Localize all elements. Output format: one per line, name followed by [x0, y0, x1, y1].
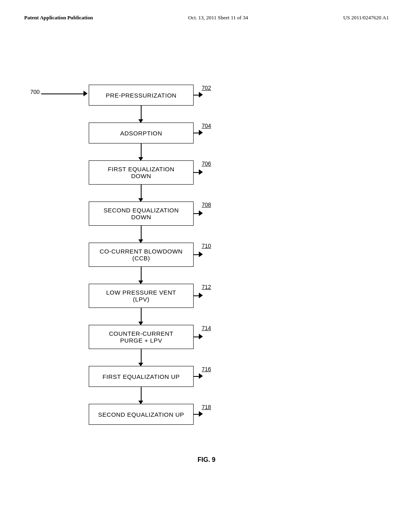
arrow-head-700	[83, 91, 88, 96]
connector-708-710	[141, 226, 142, 241]
ref-704: 704	[202, 123, 211, 129]
arrow-head-714	[199, 334, 203, 339]
arrow-head-708	[199, 210, 203, 216]
arrow-head-702	[199, 92, 203, 98]
ref-710: 710	[202, 243, 211, 249]
box-702: PRE-PRESSURIZATION	[89, 85, 194, 106]
box-710: CO-CURRENT BLOWDOWN (CCB)	[89, 243, 194, 267]
connector-710-712	[141, 267, 142, 282]
connector-706-708	[141, 185, 142, 200]
box-704: ADSORPTION	[89, 123, 194, 143]
arrow-line-700	[41, 94, 85, 94]
header-patent-number: US 2011/0247620 A1	[343, 15, 389, 21]
box-716: FIRST EQUALIZATION UP	[89, 366, 194, 387]
ref-718: 718	[202, 404, 211, 410]
ref-716: 716	[202, 366, 211, 372]
ref-706: 706	[202, 160, 211, 167]
arrow-head-718	[199, 411, 203, 417]
box-706: FIRST EQUALIZATION DOWN	[89, 160, 194, 185]
header-publication: Patent Application Publication	[24, 15, 93, 21]
arrow-head-704	[199, 130, 203, 135]
fig-label: FIG. 9	[0, 456, 413, 463]
box-718: SECOND EQUALIZATION UP	[89, 404, 194, 425]
ref-712: 712	[202, 284, 211, 290]
connector-702-704	[141, 106, 142, 121]
connector-714-716	[141, 349, 142, 364]
arrow-head-716	[199, 373, 203, 379]
header-date-sheet: Oct. 13, 2011 Sheet 11 of 34	[188, 15, 248, 21]
box-714: COUNTER-CURRENT PURGE + LPV	[89, 325, 194, 349]
connector-712-714	[141, 308, 142, 323]
arrow-head-712	[199, 293, 203, 298]
ref-708: 708	[202, 202, 211, 208]
box-708: SECOND EQUALIZATION DOWN	[89, 202, 194, 226]
arrow-head-710	[199, 251, 203, 257]
connector-704-706	[141, 143, 142, 159]
connector-716-718	[141, 387, 142, 402]
diagram-label-700: 700	[30, 89, 40, 95]
diagram-container: 700 PRE-PRESSURIZATION 702 ADSORPTION 70…	[0, 29, 413, 513]
ref-714: 714	[202, 325, 211, 331]
arrow-head-706	[199, 169, 203, 175]
box-712: LOW PRESSURE VENT (LPV)	[89, 284, 194, 308]
ref-702: 702	[202, 85, 211, 91]
